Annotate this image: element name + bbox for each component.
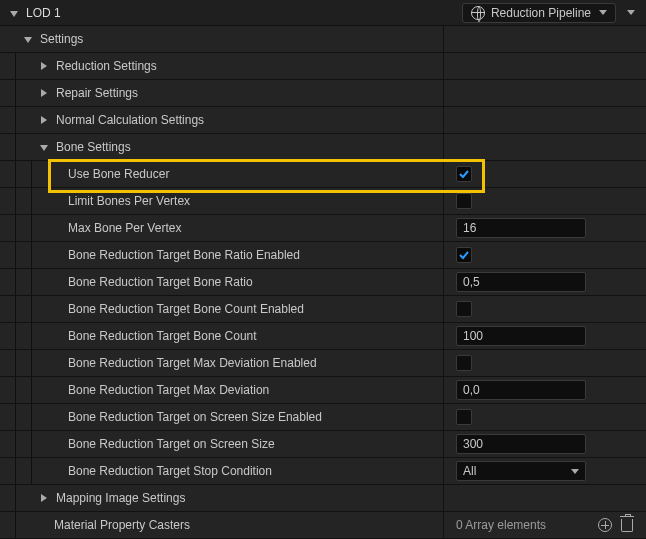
bone-ratio-enabled-checkbox[interactable] [456,247,472,263]
section-reduction-settings[interactable]: Reduction Settings [0,53,646,80]
chevron-down-icon [599,10,607,15]
bone-count-input[interactable]: 100 [456,326,586,346]
expand-icon [38,59,52,73]
section-normal-settings[interactable]: Normal Calculation Settings [0,107,646,134]
prop-limit-bones-per-vertex: Limit Bones Per Vertex [0,188,646,215]
clear-elements-button[interactable] [618,516,636,534]
stop-condition-select[interactable]: All [456,461,586,481]
use-bone-reducer-checkbox[interactable] [456,166,472,182]
section-mapping-settings[interactable]: Mapping Image Settings [0,485,646,512]
prop-maxdev-enabled: Bone Reduction Target Max Deviation Enab… [0,350,646,377]
max-bone-input[interactable]: 16 [456,218,586,238]
maxdev-enabled-checkbox[interactable] [456,355,472,371]
casters-count: 0 Array elements [456,518,592,532]
onscreen-input[interactable]: 300 [456,434,586,454]
section-bone-settings[interactable]: Bone Settings [0,134,646,161]
expand-icon [38,491,52,505]
prop-bone-count-enabled: Bone Reduction Target Bone Count Enabled [0,296,646,323]
section-repair-settings[interactable]: Repair Settings [0,80,646,107]
bone-ratio-input[interactable]: 0,5 [456,272,586,292]
header-menu-button[interactable] [622,10,638,15]
pipeline-dropdown[interactable]: Reduction Pipeline [462,3,616,23]
panel-header: LOD 1 Reduction Pipeline [0,0,646,26]
bone-count-enabled-checkbox[interactable] [456,301,472,317]
expand-icon [22,32,36,46]
prop-maxdev: Bone Reduction Target Max Deviation 0,0 [0,377,646,404]
prop-bone-ratio-enabled: Bone Reduction Target Bone Ratio Enabled [0,242,646,269]
prop-use-bone-reducer: Use Bone Reducer [0,161,646,188]
plus-icon [598,518,612,532]
expand-icon [38,140,52,154]
maxdev-input[interactable]: 0,0 [456,380,586,400]
collapse-lod-icon[interactable] [8,6,22,20]
limit-bones-checkbox[interactable] [456,193,472,209]
prop-max-bone-per-vertex: Max Bone Per Vertex 16 [0,215,646,242]
prop-onscreen: Bone Reduction Target on Screen Size 300 [0,431,646,458]
add-element-button[interactable] [596,516,614,534]
globe-icon [471,6,485,20]
panel-title: LOD 1 [26,6,61,20]
prop-onscreen-enabled: Bone Reduction Target on Screen Size Ena… [0,404,646,431]
prop-bone-ratio: Bone Reduction Target Bone Ratio 0,5 [0,269,646,296]
expand-icon [38,113,52,127]
prop-stop-condition: Bone Reduction Target Stop Condition All [0,458,646,485]
onscreen-enabled-checkbox[interactable] [456,409,472,425]
category-settings[interactable]: Settings [0,26,646,53]
trash-icon [621,519,633,532]
prop-material-casters: Material Property Casters 0 Array elemen… [0,512,646,539]
pipeline-label: Reduction Pipeline [491,6,591,20]
expand-icon [38,86,52,100]
chevron-down-icon [571,469,579,474]
prop-bone-count: Bone Reduction Target Bone Count 100 [0,323,646,350]
